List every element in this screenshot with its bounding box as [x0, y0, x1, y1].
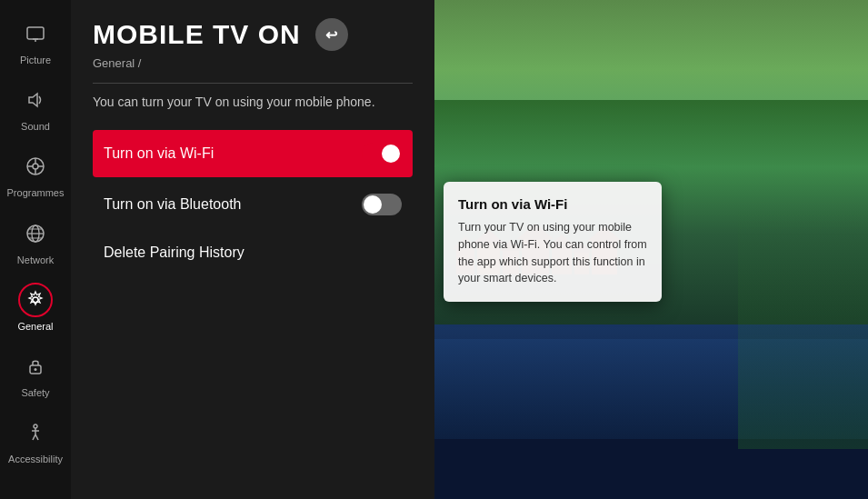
accessibility-icon	[18, 415, 53, 450]
svg-marker-3	[29, 94, 37, 106]
sidebar-item-picture-label: Picture	[20, 55, 51, 66]
sidebar-item-network-label: Network	[17, 254, 54, 266]
sidebar-item-sound[interactable]: Sound	[0, 74, 71, 140]
back-button[interactable]: ↩	[315, 18, 348, 51]
divider-top	[93, 83, 413, 84]
tooltip-popup: Turn on via Wi-Fi Turn your TV on using …	[444, 182, 662, 302]
breadcrumb: General /	[93, 56, 413, 70]
sidebar-item-general[interactable]: General	[0, 274, 71, 340]
wifi-toggle-knob	[382, 145, 400, 163]
page-description: You can turn your TV on using your mobil…	[93, 93, 413, 112]
main-panel: MOBILE TV ON ↩ General / You can turn yo…	[71, 0, 434, 499]
picture-icon	[18, 16, 53, 51]
page-title-text: MOBILE TV ON	[93, 19, 301, 50]
tooltip-body: Turn your TV on using your mobile phone …	[458, 219, 647, 287]
programmes-icon	[18, 149, 53, 184]
sidebar-item-safety-label: Safety	[21, 387, 49, 399]
menu-item-bluetooth-label: Turn on via Bluetooth	[104, 196, 242, 213]
bluetooth-toggle[interactable]	[362, 194, 402, 215]
svg-rect-0	[27, 27, 44, 39]
svg-line-22	[35, 434, 38, 440]
svg-point-18	[34, 424, 37, 428]
menu-item-bluetooth[interactable]: Turn on via Bluetooth	[93, 181, 413, 228]
menu-item-wifi[interactable]: Turn on via Wi-Fi	[93, 130, 413, 177]
svg-point-17	[35, 368, 37, 371]
menu-item-wifi-label: Turn on via Wi-Fi	[104, 145, 214, 162]
sound-icon	[18, 83, 53, 117]
svg-line-21	[33, 434, 35, 440]
sidebar-item-sound-label: Sound	[21, 121, 50, 133]
bluetooth-toggle-knob	[364, 195, 382, 214]
sidebar-item-programmes-label: Programmes	[7, 187, 65, 199]
background-area: Turn on via Wi-Fi Turn your TV on using …	[434, 0, 868, 499]
svg-point-5	[33, 164, 38, 169]
tooltip-title: Turn on via Wi-Fi	[458, 196, 647, 212]
network-icon	[18, 216, 53, 251]
page-title-row: MOBILE TV ON ↩	[93, 18, 413, 51]
sidebar-item-accessibility-label: Accessibility	[8, 454, 63, 465]
sidebar: Picture Sound Programmes	[0, 0, 71, 499]
wifi-toggle[interactable]	[362, 143, 402, 165]
sidebar-item-picture[interactable]: Picture	[0, 7, 71, 74]
sidebar-item-programmes[interactable]: Programmes	[0, 140, 71, 206]
sidebar-item-safety[interactable]: Safety	[0, 340, 71, 406]
sidebar-item-general-label: General	[17, 321, 53, 333]
menu-item-delete[interactable]: Delete Pairing History	[93, 232, 413, 274]
menu-item-delete-label: Delete Pairing History	[104, 245, 244, 261]
sidebar-item-accessibility[interactable]: Accessibility	[0, 406, 71, 473]
safety-icon	[18, 349, 53, 384]
sidebar-item-network[interactable]: Network	[0, 207, 71, 274]
general-icon	[18, 283, 53, 317]
